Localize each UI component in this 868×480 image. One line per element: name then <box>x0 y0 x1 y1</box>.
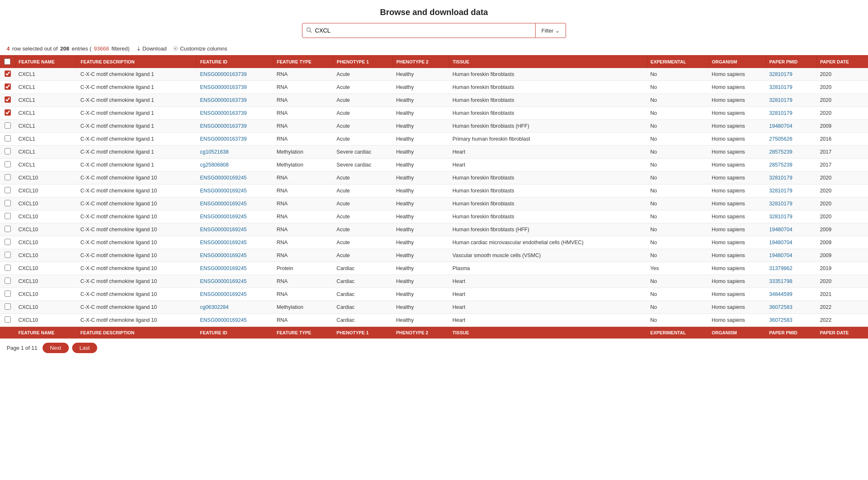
row-checkbox[interactable] <box>5 174 11 180</box>
feature-id-link[interactable]: ENSG00000169245 <box>200 317 247 323</box>
feature-id-link[interactable]: ENSG00000169245 <box>200 227 247 232</box>
row-checkbox[interactable] <box>5 316 11 323</box>
row-checkbox[interactable] <box>5 187 11 193</box>
cell-feature-id[interactable]: ENSG00000163739 <box>196 81 273 94</box>
col-header-phenotype1[interactable]: PHENOTYPE 1 <box>333 55 393 68</box>
col-header-feature-desc[interactable]: FEATURE DESCRIPTION <box>77 55 197 68</box>
row-checkbox[interactable] <box>5 303 11 310</box>
cell-feature-id[interactable]: ENSG00000169245 <box>196 249 273 262</box>
cell-feature-id[interactable]: ENSG00000163739 <box>196 107 273 120</box>
cell-feature-id[interactable]: ENSG00000163739 <box>196 94 273 107</box>
col-header-feature-id[interactable]: FEATURE ID <box>196 55 273 68</box>
row-checkbox[interactable] <box>5 200 11 206</box>
cell-pmid[interactable]: 32810179 <box>766 107 817 120</box>
feature-id-link[interactable]: cg10521638 <box>200 149 229 155</box>
row-checkbox[interactable] <box>5 252 11 258</box>
pmid-link[interactable]: 28575239 <box>769 149 793 155</box>
feature-id-link[interactable]: cg06302284 <box>200 304 229 310</box>
cell-feature-id[interactable]: ENSG00000163739 <box>196 120 273 133</box>
next-button[interactable]: Next <box>43 343 69 353</box>
cell-feature-id[interactable]: ENSG00000169245 <box>196 236 273 249</box>
feature-id-link[interactable]: ENSG00000163739 <box>200 110 247 116</box>
feature-id-link[interactable]: ENSG00000169245 <box>200 253 247 258</box>
cell-pmid[interactable]: 32810179 <box>766 81 817 94</box>
cell-feature-id[interactable]: ENSG00000169245 <box>196 184 273 197</box>
feature-id-link[interactable]: ENSG00000163739 <box>200 136 247 142</box>
feature-id-link[interactable]: cg25806808 <box>200 162 229 168</box>
pmid-link[interactable]: 32810179 <box>769 110 793 116</box>
cell-pmid[interactable]: 33351798 <box>766 275 817 288</box>
cell-pmid[interactable]: 27505626 <box>766 133 817 146</box>
cell-pmid[interactable]: 19480704 <box>766 236 817 249</box>
feature-id-link[interactable]: ENSG00000169245 <box>200 188 247 194</box>
col-header-feature-name[interactable]: FEATURE NAME <box>15 55 77 68</box>
row-checkbox[interactable] <box>5 161 11 167</box>
cell-pmid[interactable]: 19480704 <box>766 120 817 133</box>
row-checkbox[interactable] <box>5 213 11 219</box>
row-checkbox[interactable] <box>5 239 11 245</box>
row-checkbox[interactable] <box>5 96 11 103</box>
cell-pmid[interactable]: 28575239 <box>766 146 817 159</box>
feature-id-link[interactable]: ENSG00000169245 <box>200 201 247 207</box>
pmid-link[interactable]: 36072583 <box>769 317 793 323</box>
cell-pmid[interactable]: 19480704 <box>766 249 817 262</box>
cell-pmid[interactable]: 28575239 <box>766 159 817 172</box>
pmid-link[interactable]: 19480704 <box>769 123 793 129</box>
customize-columns-button[interactable]: ☉ Customize columns <box>173 45 227 52</box>
select-all-checkbox[interactable] <box>4 58 10 65</box>
cell-feature-id[interactable]: ENSG00000169245 <box>196 210 273 223</box>
pmid-link[interactable]: 32810179 <box>769 214 793 220</box>
cell-pmid[interactable]: 32810179 <box>766 94 817 107</box>
pmid-link[interactable]: 32810179 <box>769 71 793 77</box>
pmid-link[interactable]: 32810179 <box>769 201 793 207</box>
cell-feature-id[interactable]: ENSG00000169245 <box>196 197 273 210</box>
row-checkbox[interactable] <box>5 122 11 129</box>
feature-id-link[interactable]: ENSG00000169245 <box>200 265 247 271</box>
cell-feature-id[interactable]: ENSG00000163739 <box>196 133 273 146</box>
pmid-link[interactable]: 34844599 <box>769 291 793 297</box>
pmid-link[interactable]: 31379862 <box>769 265 793 271</box>
row-checkbox[interactable] <box>5 83 11 90</box>
cell-feature-id[interactable]: ENSG00000169245 <box>196 288 273 301</box>
row-checkbox[interactable] <box>5 71 11 77</box>
download-button[interactable]: ⇣ Download <box>136 45 167 52</box>
row-checkbox[interactable] <box>5 109 11 116</box>
pmid-link[interactable]: 19480704 <box>769 253 793 258</box>
feature-id-link[interactable]: ENSG00000163739 <box>200 123 247 129</box>
row-checkbox[interactable] <box>5 148 11 154</box>
feature-id-link[interactable]: ENSG00000163739 <box>200 84 247 90</box>
cell-feature-id[interactable]: cg25806808 <box>196 159 273 172</box>
cell-pmid[interactable]: 32810179 <box>766 68 817 81</box>
row-checkbox[interactable] <box>5 265 11 271</box>
pmid-link[interactable]: 19480704 <box>769 240 793 245</box>
feature-id-link[interactable]: ENSG00000169245 <box>200 214 247 220</box>
cell-pmid[interactable]: 19480704 <box>766 223 817 236</box>
cell-feature-id[interactable]: ENSG00000169245 <box>196 314 273 327</box>
cell-pmid[interactable]: 31379862 <box>766 262 817 275</box>
row-checkbox[interactable] <box>5 135 11 141</box>
pmid-link[interactable]: 32810179 <box>769 188 793 194</box>
last-button[interactable]: Last <box>72 343 98 353</box>
filter-button[interactable]: Filter ⌄ <box>536 23 566 38</box>
cell-feature-id[interactable]: ENSG00000169245 <box>196 275 273 288</box>
cell-feature-id[interactable]: ENSG00000169245 <box>196 262 273 275</box>
pmid-link[interactable]: 33351798 <box>769 278 793 284</box>
pmid-link[interactable]: 32810179 <box>769 84 793 90</box>
col-header-phenotype2[interactable]: PHENOTYPE 2 <box>393 55 449 68</box>
cell-pmid[interactable]: 32810179 <box>766 172 817 184</box>
col-header-organism[interactable]: ORGANISM <box>708 55 766 68</box>
row-checkbox[interactable] <box>5 291 11 297</box>
cell-feature-id[interactable]: ENSG00000163739 <box>196 68 273 81</box>
feature-id-link[interactable]: ENSG00000169245 <box>200 175 247 181</box>
col-header-pmid[interactable]: PAPER PMID <box>766 55 817 68</box>
col-header-tissue[interactable]: TISSUE <box>449 55 647 68</box>
pmid-link[interactable]: 32810179 <box>769 97 793 103</box>
row-checkbox[interactable] <box>5 278 11 284</box>
col-header-experimental[interactable]: EXPERIMENTAL <box>647 55 708 68</box>
pmid-link[interactable]: 32810179 <box>769 175 793 181</box>
feature-id-link[interactable]: ENSG00000163739 <box>200 71 247 77</box>
row-checkbox[interactable] <box>5 226 11 232</box>
feature-id-link[interactable]: ENSG00000169245 <box>200 291 247 297</box>
cell-pmid[interactable]: 34844599 <box>766 288 817 301</box>
col-header-feature-type[interactable]: FEATURE TYPE <box>273 55 333 68</box>
